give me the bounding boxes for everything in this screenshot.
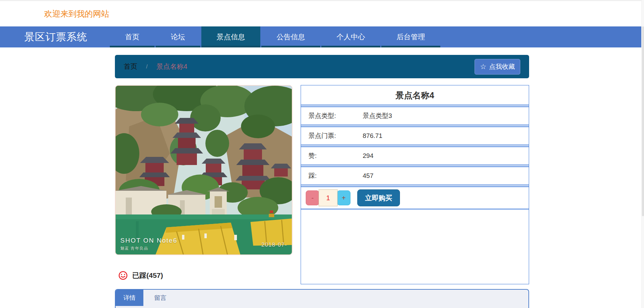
scenic-spot-photo: SHOT ON Note6 魅蓝 青年良品 2018·07- — [115, 85, 293, 255]
quantity-minus-button[interactable]: - — [306, 190, 319, 205]
breadcrumb-current-page: 景点名称4 — [156, 62, 187, 71]
info-value: 457 — [363, 172, 374, 180]
nav-list: 首页 论坛 景点信息 公告信息 个人中心 后台管理 — [110, 26, 440, 47]
dislike-row: 已踩(457) — [115, 271, 293, 280]
info-row-dislikes: 踩: 457 — [301, 166, 529, 185]
dislike-count-label: 已踩(457) — [132, 271, 163, 280]
tab-comments[interactable]: 留言 — [151, 290, 170, 306]
content-row: SHOT ON Note6 魅蓝 青年良品 2018·07- 已踩(457) 景… — [115, 85, 529, 284]
card-empty-area — [301, 209, 529, 284]
info-label: 踩: — [308, 171, 363, 180]
info-row-likes: 赞: 294 — [301, 146, 529, 165]
purchase-row: - + 立即购买 — [301, 186, 529, 209]
info-label: 景点门票: — [308, 131, 363, 140]
info-value: 294 — [363, 152, 374, 160]
scenic-detail-card: 景点名称4 景点类型: 景点类型3 景点门票: 876.71 赞: 294 踩:… — [301, 85, 529, 284]
welcome-text: 欢迎来到我的网站 — [44, 1, 109, 26]
nav-item-forum[interactable]: 论坛 — [156, 26, 200, 47]
bottom-tabs-panel: 详情 留言 — [115, 289, 529, 308]
info-value: 876.71 — [363, 132, 382, 140]
breadcrumb-separator: / — [146, 64, 147, 70]
photo-watermark-date: 2018·07- — [261, 242, 287, 248]
buy-now-button[interactable]: 立即购买 — [357, 189, 400, 206]
info-label: 赞: — [308, 151, 363, 160]
quantity-input[interactable] — [319, 189, 338, 206]
tabs-strip: 详情 留言 — [116, 290, 528, 306]
main-container: 首页 / 景点名称4 ☆ 点我收藏 — [115, 55, 529, 308]
main-nav: 景区订票系统 首页 论坛 景点信息 公告信息 个人中心 后台管理 — [0, 26, 644, 47]
star-icon: ☆ — [480, 63, 486, 70]
site-header: 欢迎来到我的网站 — [0, 1, 644, 26]
left-column: SHOT ON Note6 魅蓝 青年良品 2018·07- 已踩(457) — [115, 85, 293, 284]
photo-watermark-device: SHOT ON Note6 — [120, 237, 177, 244]
collect-button-label: 点我收藏 — [489, 62, 515, 71]
info-value: 景点类型3 — [363, 111, 392, 120]
info-row-type: 景点类型: 景点类型3 — [301, 106, 529, 125]
info-label: 景点类型: — [308, 111, 363, 120]
nav-item-admin[interactable]: 后台管理 — [381, 26, 440, 47]
nav-item-scenic-info[interactable]: 景点信息 — [201, 26, 260, 47]
quantity-plus-button[interactable]: + — [337, 190, 350, 205]
scrollbar-thumb[interactable] — [642, 26, 644, 216]
breadcrumb: 首页 / 景点名称4 ☆ 点我收藏 — [115, 55, 529, 78]
scenic-photo-illustration — [116, 86, 292, 254]
nav-item-personal-center[interactable]: 个人中心 — [321, 26, 380, 47]
site-brand[interactable]: 景区订票系统 — [24, 26, 87, 47]
scenic-title: 景点名称4 — [301, 85, 529, 105]
dislike-face-icon — [118, 271, 128, 280]
scrollbar[interactable] — [641, 0, 644, 308]
collect-button[interactable]: ☆ 点我收藏 — [475, 59, 520, 75]
info-row-ticket: 景点门票: 876.71 — [301, 126, 529, 145]
tab-details[interactable]: 详情 — [116, 290, 143, 306]
nav-item-announcements[interactable]: 公告信息 — [261, 26, 320, 47]
breadcrumb-home-link[interactable]: 首页 — [124, 62, 137, 71]
photo-watermark-brand: 魅蓝 青年良品 — [120, 246, 148, 251]
nav-item-home[interactable]: 首页 — [110, 26, 155, 47]
